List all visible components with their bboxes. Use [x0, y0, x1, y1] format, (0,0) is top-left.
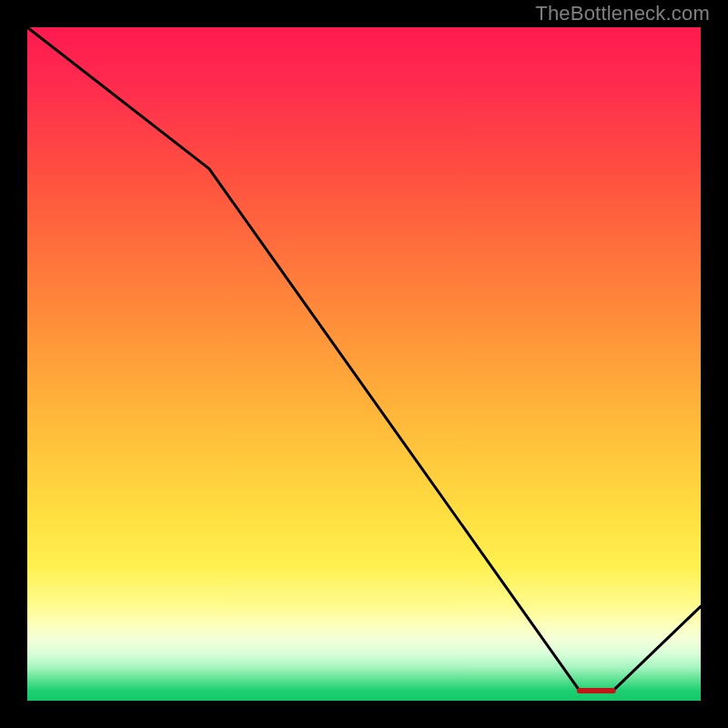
plot-area: [27, 27, 701, 701]
bottleneck-curve: [27, 27, 701, 691]
watermark-text: TheBottleneck.com: [535, 2, 710, 25]
curve-svg: [27, 27, 701, 701]
chart-container: TheBottleneck.com: [0, 0, 728, 728]
plot-frame: [27, 27, 701, 701]
